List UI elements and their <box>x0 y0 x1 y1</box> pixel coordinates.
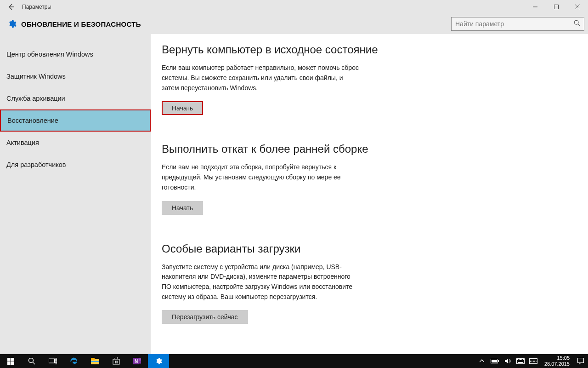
svg-rect-40 <box>578 358 584 363</box>
advanced-heading: Особые варианты загрузки <box>162 242 577 256</box>
svg-rect-0 <box>554 5 559 9</box>
search-input[interactable] <box>451 17 584 31</box>
svg-rect-21 <box>139 358 141 360</box>
file-explorer-icon[interactable] <box>85 354 106 368</box>
close-button[interactable] <box>567 0 588 14</box>
battery-icon[interactable] <box>490 354 499 368</box>
svg-rect-2 <box>7 358 11 361</box>
rollback-start-button[interactable]: Начать <box>162 201 203 215</box>
svg-point-6 <box>29 358 34 363</box>
svg-rect-5 <box>11 361 14 365</box>
svg-rect-30 <box>520 359 521 360</box>
svg-rect-26 <box>492 360 497 362</box>
sidebar-item-activation[interactable]: Активация <box>0 132 151 154</box>
svg-rect-13 <box>91 361 99 362</box>
svg-rect-14 <box>113 359 119 364</box>
volume-icon[interactable] <box>503 354 512 368</box>
reset-start-button[interactable]: Начать <box>162 101 203 115</box>
sidebar-item-label: Активация <box>6 139 39 146</box>
restart-now-button[interactable]: Перезагрузить сейчас <box>162 310 248 324</box>
sidebar-item-label: Центр обновления Windows <box>6 51 93 58</box>
window-title: Параметры <box>22 4 525 10</box>
svg-rect-37 <box>533 361 534 362</box>
svg-rect-36 <box>531 361 532 362</box>
svg-rect-4 <box>7 361 11 365</box>
sidebar-item-backup[interactable]: Служба архивации <box>0 87 151 109</box>
svg-rect-15 <box>115 361 116 362</box>
keyboard-icon[interactable] <box>516 354 525 368</box>
minimize-button[interactable] <box>525 0 546 14</box>
svg-rect-10 <box>55 362 57 364</box>
svg-text:N: N <box>135 359 138 364</box>
svg-rect-32 <box>523 359 524 360</box>
task-view-icon[interactable] <box>42 354 63 368</box>
svg-rect-7 <box>49 359 55 363</box>
search-icon <box>574 20 580 28</box>
sidebar-item-label: Для разработчиков <box>6 161 66 168</box>
svg-rect-22 <box>139 360 141 362</box>
svg-rect-17 <box>115 362 116 364</box>
svg-rect-38 <box>534 361 535 362</box>
maximize-button[interactable] <box>546 0 567 14</box>
clock-date: 28.07.2015 <box>544 361 570 367</box>
svg-rect-16 <box>117 361 118 362</box>
svg-rect-8 <box>55 358 57 360</box>
svg-point-1 <box>574 20 578 24</box>
settings-taskbar-icon[interactable] <box>148 354 169 368</box>
svg-rect-25 <box>498 360 499 362</box>
start-button[interactable] <box>0 354 21 368</box>
gear-icon <box>7 19 17 29</box>
svg-rect-29 <box>519 359 520 360</box>
svg-rect-39 <box>536 361 537 362</box>
svg-rect-33 <box>518 362 523 363</box>
sidebar: Центр обновления Windows Защитник Window… <box>0 34 151 354</box>
reset-description: Если ваш компьютер работает неправильно,… <box>162 63 359 93</box>
svg-rect-31 <box>521 359 522 360</box>
reset-heading: Вернуть компьютер в исходное состояние <box>162 42 577 57</box>
sidebar-item-label: Защитник Windows <box>6 73 66 80</box>
action-center-icon[interactable] <box>576 354 585 368</box>
svg-rect-35 <box>530 361 531 362</box>
tray-chevron-up-icon[interactable] <box>477 354 486 368</box>
sidebar-item-windows-update[interactable]: Центр обновления Windows <box>0 43 151 65</box>
sidebar-item-recovery[interactable]: Восстановление <box>0 109 151 132</box>
keyboard-layout-icon[interactable] <box>529 354 538 368</box>
rollback-heading: Выполнить откат к более ранней сборке <box>162 142 577 156</box>
clock-time: 15:05 <box>544 355 570 361</box>
svg-rect-9 <box>55 360 57 362</box>
store-icon[interactable] <box>106 354 127 368</box>
svg-rect-12 <box>91 358 95 360</box>
onenote-icon[interactable]: N <box>127 354 148 368</box>
svg-rect-3 <box>11 358 14 361</box>
search-taskbar-icon[interactable] <box>21 354 42 368</box>
sidebar-item-label: Восстановление <box>7 117 58 124</box>
sidebar-item-label: Служба архивации <box>6 95 65 102</box>
clock[interactable]: 15:05 28.07.2015 <box>542 355 572 367</box>
sidebar-item-defender[interactable]: Защитник Windows <box>0 65 151 87</box>
back-button[interactable] <box>0 0 22 14</box>
content-area: Вернуть компьютер в исходное состояние Е… <box>151 34 588 354</box>
svg-rect-18 <box>117 362 118 364</box>
page-title: ОБНОВЛЕНИЕ И БЕЗОПАСНОСТЬ <box>21 20 141 28</box>
advanced-description: Запустите систему с устройства или диска… <box>162 262 359 302</box>
edge-icon[interactable] <box>63 354 85 368</box>
svg-rect-28 <box>517 359 518 360</box>
svg-rect-23 <box>139 362 141 364</box>
rollback-description: Если вам не подходит эта сборка, попробу… <box>162 162 359 192</box>
taskbar: N 15:05 28.07.2015 <box>0 354 588 368</box>
sidebar-item-developers[interactable]: Для разработчиков <box>0 154 151 176</box>
